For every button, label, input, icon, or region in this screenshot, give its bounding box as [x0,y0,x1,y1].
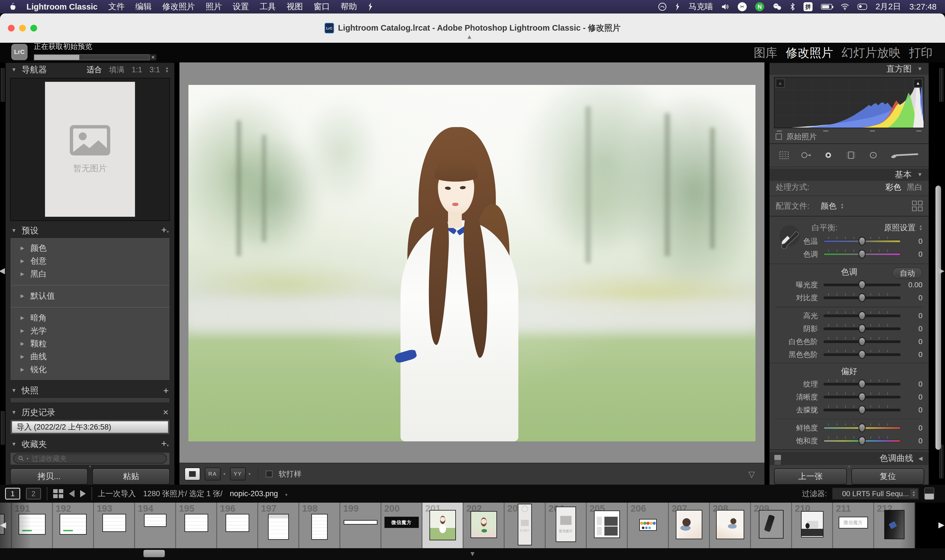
filmstrip-cell[interactable]: 211 微信魔方 [833,503,874,548]
collections-header[interactable]: ▼ 收藏夹 +▾ [6,437,174,451]
photo-thumbnail[interactable] [470,511,497,538]
lightning-icon[interactable] [675,3,680,11]
slider-value[interactable]: 0 [900,294,922,302]
filmstrip-cell[interactable]: 212 [874,503,915,548]
white-balance-value[interactable]: 原照设置 ▲▼ [884,222,922,233]
red-eye-tool-icon[interactable] [823,149,835,161]
menu-item[interactable]: 修改照片 [162,1,195,12]
slider-knob[interactable] [859,324,866,333]
basic-panel-header[interactable]: 基本 ▼ [769,169,929,180]
close-window-button[interactable] [8,25,15,31]
menu-item[interactable]: 窗口 [314,1,330,12]
photo-thumbnail[interactable] [185,514,208,532]
filmstrip-cell[interactable]: 194 [135,503,176,548]
module-tab[interactable]: 修改照片 [786,45,833,61]
preset-folder[interactable]: ▶ 曲线 [11,350,170,363]
filmstrip-cell[interactable]: 207 [669,503,710,548]
slider-knob[interactable] [859,250,866,258]
filmstrip-cell[interactable]: 191 [12,503,53,548]
menu-app-name[interactable]: Lightroom Classic [26,2,97,12]
photo-thumbnail[interactable]: 微信魔方 [839,517,868,529]
tone-curve-toggle[interactable] [774,455,781,465]
zoom-window-button[interactable] [30,25,37,31]
filter-toggle-switch[interactable] [924,488,934,500]
slider-knob[interactable] [859,350,866,359]
slider-value[interactable]: 0 [900,350,922,359]
creative-cloud-icon[interactable] [658,3,667,11]
menu-item[interactable]: 工具 [260,1,276,12]
wifi-icon[interactable] [841,3,849,10]
slider-track[interactable] [823,396,900,398]
zoom-spinner-icon[interactable]: ▲▼ [165,67,169,73]
menu-item[interactable]: 编辑 [135,1,152,12]
zoom-option[interactable]: 适合 [86,65,102,75]
filmstrip-cell[interactable]: 206 [628,503,669,548]
graduated-filter-tool-icon[interactable] [845,149,857,161]
slider-knob[interactable] [859,311,866,320]
adjustment-brush-tool-icon[interactable] [890,149,920,161]
preset-folder[interactable]: ▶ 创意 [11,255,170,268]
slider-value[interactable]: 0 [900,325,922,333]
bluetooth-icon[interactable] [790,3,795,11]
filmstrip-scroll-right-arrow[interactable]: ▶ [938,520,945,529]
add-preset-button[interactable]: +▾ [161,227,169,234]
white-balance-eyedropper[interactable] [776,222,803,249]
hide-filmstrip-arrow[interactable]: ▼ [469,550,476,558]
highlight-clipping-button[interactable]: ▲ [914,79,922,88]
slider-track[interactable] [823,328,900,330]
bolt-app-icon[interactable] [368,3,373,11]
photo-thumbnail[interactable] [759,510,783,538]
slider-track[interactable] [823,427,900,429]
slider-knob[interactable] [859,237,866,246]
slider-track[interactable] [823,284,900,286]
slider-value[interactable]: 0.00 [900,280,922,289]
photo-thumbnail[interactable] [801,511,823,537]
preset-folder[interactable]: ▶ 颜色 [11,242,170,255]
photo-thumbnail[interactable] [18,514,46,535]
filmstrip-scrollbar-thumb[interactable] [143,550,165,557]
filmstrip-cell[interactable]: 202 [464,503,504,548]
slider-knob[interactable] [859,380,866,389]
slider-knob[interactable] [859,405,866,414]
control-center-icon[interactable] [857,4,867,10]
copy-settings-button[interactable]: 拷贝... [10,468,88,485]
filter-preset-dropdown[interactable]: 00 LRT5 Full Sequ... ▲▼ [832,488,919,500]
collections-filter-input[interactable] [31,454,162,463]
menu-item[interactable]: 帮助 [341,1,357,12]
filmstrip-cell[interactable]: 192 [53,503,94,548]
menu-username[interactable]: 马克喵 [689,1,713,12]
previous-photo-arrow[interactable] [69,490,74,497]
preset-folder[interactable]: ▶ 颗粒 [11,337,170,350]
tone-curve-header[interactable]: 色调曲线 ◀ [769,452,929,465]
preset-folder[interactable]: ▶ 光学 [11,325,170,337]
photo-thumbnail[interactable] [716,510,744,539]
original-photo-checkbox[interactable] [776,134,782,140]
slider-track[interactable] [823,383,900,385]
profile-value[interactable]: 颜色 [821,201,836,211]
slider-track[interactable] [823,315,900,317]
preset-folder[interactable]: ▶ 暗角 [11,311,170,325]
module-tab[interactable]: 打印 [909,45,933,61]
preset-folder[interactable]: ▶ 默认值 [11,289,170,303]
filmstrip-cell[interactable]: 208 [710,503,751,548]
preset-folder[interactable]: ▶ 黑白 [11,268,170,280]
crop-tool-icon[interactable] [778,149,790,161]
slider-knob[interactable] [859,392,866,402]
apple-icon[interactable] [8,3,16,11]
filmstrip-cell[interactable]: 209 [751,503,792,548]
slider-track[interactable] [823,409,900,411]
minimize-window-button[interactable] [19,25,26,31]
filmstrip-cell[interactable]: 199 [340,503,381,548]
second-window-button[interactable]: 2 [26,488,41,500]
grid-view-icon[interactable] [53,489,63,498]
slider-value[interactable]: 0 [900,311,922,320]
filmstrip-cell[interactable]: 196 [217,503,258,548]
slider-value[interactable]: 0 [900,406,922,414]
radial-filter-tool-icon[interactable] [867,149,879,161]
before-after-button[interactable]: RA [205,468,220,480]
slider-value[interactable]: 0 [900,237,922,246]
soft-proofing-checkbox[interactable] [266,471,273,477]
zoom-option[interactable]: 填满 [109,65,124,75]
reset-button[interactable]: 复位 [851,468,924,485]
presets-header[interactable]: ▼ 预设 +▾ [6,224,174,238]
